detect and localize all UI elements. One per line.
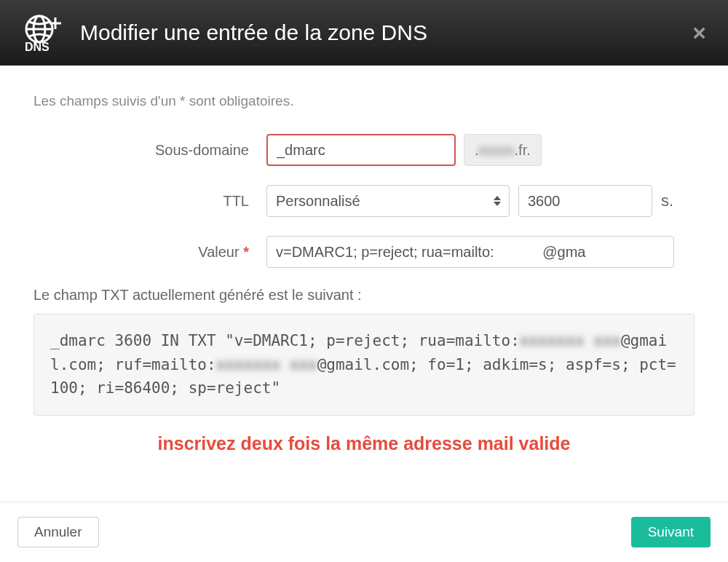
generated-txt-box: _dmarc 3600 IN TXT "v=DMARC1; p=reject; … [33,314,695,416]
next-button[interactable]: Suivant [631,517,711,547]
subdomain-label: Sous-domaine [33,142,266,159]
svg-text:DNS: DNS [25,41,50,52]
required-fields-help: Les champs suivis d'un * sont obligatoir… [33,93,695,109]
ttl-select[interactable]: Personnalisé [266,185,510,217]
generated-txt-label: Le champ TXT actuellement généré est le … [33,287,695,304]
domain-suffix: .xxxxx.fr. [464,134,542,166]
modal-title: Modifier une entrée de la zone DNS [80,20,427,45]
instruction-note: inscrivez deux fois la même adresse mail… [33,433,695,454]
value-row: Valeur * [33,236,695,268]
subdomain-row: Sous-domaine .xxxxx.fr. [33,134,695,166]
dns-icon: DNS [22,13,66,52]
cancel-button[interactable]: Annuler [17,517,99,547]
close-icon[interactable]: × [692,21,706,44]
ttl-unit: s. [661,191,673,210]
ttl-row: TTL Personnalisé s. [33,185,695,217]
subdomain-input[interactable] [266,134,456,166]
value-label: Valeur * [33,244,266,261]
modal-body: Les champs suivis d'un * sont obligatoir… [0,66,728,502]
ttl-number-input[interactable] [518,185,652,217]
ttl-label: TTL [33,193,266,210]
modal-header: DNS Modifier une entrée de la zone DNS × [0,0,728,66]
modal-footer: Annuler Suivant [0,502,728,562]
value-input[interactable] [266,236,674,268]
